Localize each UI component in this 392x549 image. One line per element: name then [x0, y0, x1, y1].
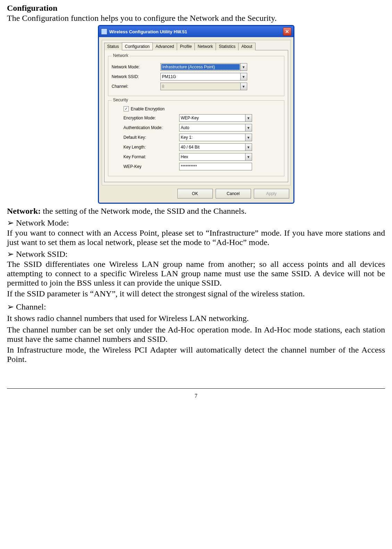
cancel-button[interactable]: Cancel	[216, 189, 251, 199]
network-heading-rest: the setting of the Network mode, the SSI…	[41, 206, 247, 216]
security-group-title: Security	[112, 98, 130, 102]
page-title: Configuration	[7, 3, 385, 13]
bullet-network-mode: Network Mode:	[7, 218, 385, 228]
auth-mode-value: Auto	[180, 125, 245, 130]
channel-text1: It shows radio channel numbers that used…	[7, 314, 385, 323]
ok-button[interactable]: OK	[177, 189, 213, 199]
screenshot: Wireless Configuration Utility HW.51 ✕ S…	[7, 25, 385, 204]
tab-network[interactable]: Network	[194, 43, 216, 50]
title-bar: Wireless Configuration Utility HW.51 ✕	[99, 26, 293, 37]
tabs: Status Configuration Advanced Profile Ne…	[104, 42, 288, 50]
channel-label: Channel:	[112, 84, 160, 89]
app-icon	[101, 28, 107, 35]
network-heading: Network: the setting of the Network mode…	[7, 206, 385, 216]
bullet-channel: Channel:	[7, 302, 385, 312]
network-heading-bold: Network:	[7, 206, 41, 216]
intro-text: The Configuration function helps you to …	[7, 14, 385, 23]
network-ssid-label: Network SSID:	[112, 74, 160, 79]
tab-status[interactable]: Status	[104, 43, 122, 50]
key-length-select[interactable]: 40 / 64 Bit ▼	[179, 143, 252, 151]
chevron-down-icon: ▼	[240, 83, 247, 90]
network-mode-value: Infrastructure (Access Point)	[161, 64, 240, 70]
security-group: Security ✓ Enable Encryption Encryption …	[108, 100, 284, 176]
wep-key-label: WEP-Key	[124, 164, 179, 169]
chevron-down-icon: ▼	[245, 153, 252, 160]
default-key-select[interactable]: Key 1: ▼	[179, 134, 252, 141]
network-ssid-select[interactable]: PM11G ▼	[160, 73, 247, 81]
chevron-down-icon: ▼	[240, 73, 247, 80]
tab-advanced[interactable]: Advanced	[152, 43, 177, 50]
chevron-down-icon: ▼	[245, 134, 252, 141]
chevron-down-icon: ▼	[245, 115, 252, 121]
chevron-down-icon: ▼	[245, 144, 252, 151]
wep-key-input[interactable]: **********	[179, 163, 252, 170]
channel-select: 8 ▼	[160, 83, 247, 90]
network-mode-label: Network Mode:	[112, 65, 160, 69]
apply-button[interactable]: Apply	[254, 189, 289, 199]
close-icon: ✕	[285, 29, 289, 34]
network-ssid-text1: The SSID differentiates one Wireless LAN…	[7, 260, 385, 288]
key-length-label: Key Length:	[124, 145, 179, 150]
enable-encryption-label: Enable Encryption	[131, 107, 165, 111]
chevron-down-icon: ▼	[245, 124, 252, 131]
tab-profile[interactable]: Profile	[177, 43, 195, 50]
page-number: 7	[7, 393, 385, 399]
network-group-title: Network	[112, 53, 130, 58]
network-ssid-text2: If the SSID parameter is “ANY”, it will …	[7, 289, 385, 298]
key-format-value: Hex	[180, 154, 245, 159]
bullet-network-ssid: Network SSID:	[7, 249, 385, 259]
footer-rule	[7, 388, 385, 389]
default-key-value: Key 1:	[180, 135, 245, 140]
encryption-mode-value: WEP-Key	[180, 116, 245, 120]
encryption-mode-select[interactable]: WEP-Key ▼	[179, 114, 252, 122]
tab-statistics[interactable]: Statistics	[216, 43, 239, 50]
channel-text3: In Infrastructure mode, the Wireless PCI…	[7, 345, 385, 364]
tab-about[interactable]: About	[238, 43, 255, 50]
channel-text2: The channel number can be set only under…	[7, 325, 385, 344]
key-length-value: 40 / 64 Bit	[180, 145, 245, 150]
enable-encryption-checkbox[interactable]: ✓	[124, 106, 129, 111]
encryption-mode-label: Encryption Mode:	[124, 116, 179, 120]
window-title: Wireless Configuration Utility HW.51	[109, 29, 187, 34]
close-button[interactable]: ✕	[283, 27, 291, 36]
default-key-label: Default Key:	[124, 135, 179, 140]
network-mode-text: If you want to connect with an Access Po…	[7, 228, 385, 247]
network-group: Network Network Mode: Infrastructure (Ac…	[108, 56, 284, 96]
auth-mode-select[interactable]: Auto ▼	[179, 124, 252, 132]
network-ssid-value: PM11G	[161, 74, 240, 79]
wep-key-value: **********	[180, 164, 252, 169]
chevron-down-icon: ▼	[240, 64, 247, 70]
key-format-select[interactable]: Hex ▼	[179, 153, 252, 161]
app-window: Wireless Configuration Utility HW.51 ✕ S…	[98, 25, 294, 204]
network-mode-select[interactable]: Infrastructure (Access Point) ▼	[160, 63, 247, 71]
tab-configuration[interactable]: Configuration	[122, 42, 153, 50]
auth-mode-label: Authentication Mode:	[124, 125, 179, 130]
channel-value: 8	[161, 84, 240, 89]
key-format-label: Key Format:	[124, 154, 179, 159]
